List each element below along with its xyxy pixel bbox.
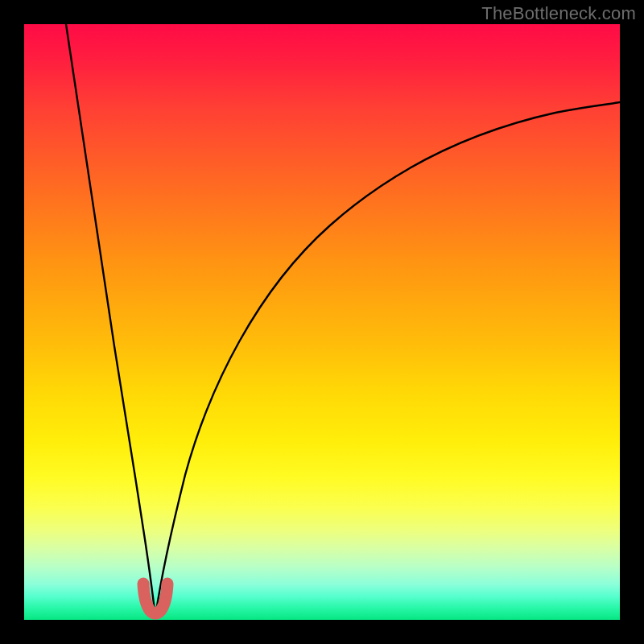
curve-right-branch (155, 102, 620, 617)
chart-svg (24, 24, 620, 620)
plot-area (24, 24, 620, 620)
watermark-text: TheBottleneck.com (481, 3, 636, 24)
outer-frame: TheBottleneck.com (0, 0, 644, 644)
valley-stub-marker (143, 584, 167, 613)
curve-left-branch (66, 24, 155, 617)
